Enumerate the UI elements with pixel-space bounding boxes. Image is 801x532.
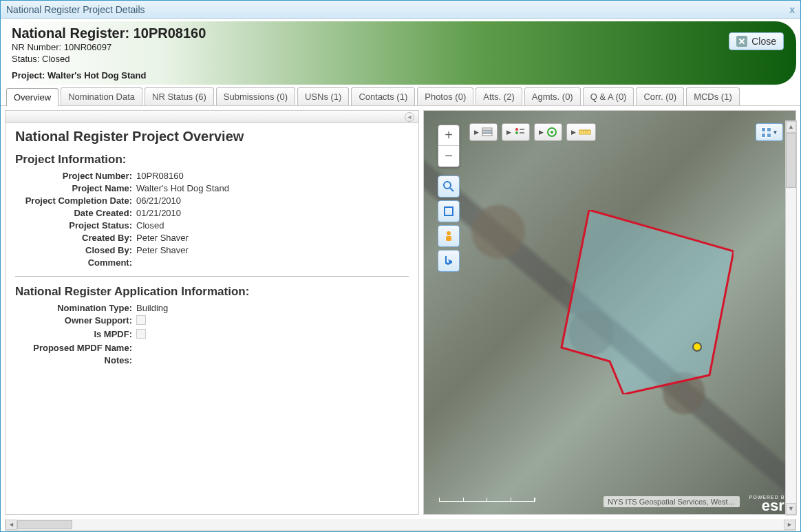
close-button[interactable]: Close	[729, 32, 784, 50]
field-value: Peter Shaver	[136, 233, 409, 243]
field-value: Building	[136, 303, 409, 313]
svg-point-10	[515, 131, 518, 134]
chevron-right-icon: ▶	[474, 129, 479, 136]
project-info-heading: Project Information:	[15, 153, 409, 167]
identify-tool-button[interactable]	[438, 175, 460, 198]
field-notes: Notes:	[15, 355, 409, 365]
tab-q-a-0[interactable]: Q & A (0)	[583, 87, 634, 105]
field-value: Peter Shaver	[136, 245, 409, 255]
svg-rect-7	[482, 134, 492, 136]
scroll-thumb[interactable]	[786, 133, 796, 188]
field-value	[136, 329, 409, 341]
content-area: ◄ National Register Project Overview Pro…	[1, 106, 800, 519]
tab-contacts-1[interactable]: Contacts (1)	[351, 87, 415, 105]
layers-icon	[482, 127, 493, 137]
field-label: Notes:	[15, 355, 136, 365]
svg-rect-11	[520, 132, 524, 134]
checkbox[interactable]	[136, 315, 146, 325]
field-label: Is MPDF:	[15, 329, 136, 341]
svg-line-1	[450, 188, 453, 191]
legend-dropdown[interactable]: ▶	[502, 123, 530, 141]
horizontal-scrollbar[interactable]: ◄ ►	[5, 519, 796, 531]
panel-header: ◄	[6, 111, 418, 123]
window-close-icon[interactable]: x	[789, 4, 795, 15]
extent-icon	[442, 205, 455, 217]
window-titlebar: National Register Project Details x	[1, 1, 800, 19]
status-line: Status: Closed	[12, 53, 789, 65]
zoom-in-button[interactable]: +	[438, 125, 459, 146]
field-label: Project Name:	[15, 183, 136, 193]
overview-heading: National Register Project Overview	[15, 129, 409, 145]
tab-atts-2[interactable]: Atts. (2)	[476, 87, 522, 105]
svg-point-3	[447, 231, 451, 235]
tab-overview[interactable]: Overview	[6, 88, 58, 106]
basemap-button[interactable]: ▼	[756, 123, 783, 141]
checkbox[interactable]	[136, 329, 146, 339]
target-dropdown[interactable]: ▶	[534, 123, 562, 141]
field-value	[136, 315, 409, 327]
scroll-thumb[interactable]	[17, 520, 72, 529]
field-label: Nomination Type:	[15, 303, 136, 313]
chevron-right-icon: ▶	[539, 129, 544, 136]
panel-body: National Register Project Overview Proje…	[6, 123, 418, 373]
bing-tool-button[interactable]	[438, 250, 460, 272]
field-completion: Project Completion Date:06/21/2010	[15, 195, 409, 206]
field-value: 10PR08160	[136, 171, 409, 181]
bing-icon	[442, 255, 455, 267]
field-proposed_mpdf: Proposed MPDF Name:	[15, 343, 409, 353]
scroll-down-icon[interactable]: ▼	[786, 503, 796, 515]
grid-icon	[761, 127, 771, 138]
tab-nomination-data[interactable]: Nomination Data	[61, 87, 142, 105]
svg-rect-6	[482, 131, 492, 133]
field-created: Date Created:01/21/2010	[15, 208, 409, 218]
field-project_number: Project Number:10PR08160	[15, 171, 409, 181]
map-tool-column	[438, 175, 460, 272]
tab-corr-0[interactable]: Corr. (0)	[636, 87, 684, 105]
field-label: Owner Support:	[15, 315, 136, 327]
scroll-up-icon[interactable]: ▲	[786, 121, 796, 133]
extent-tool-button[interactable]	[438, 200, 460, 222]
point-marker[interactable]	[692, 342, 702, 352]
zoom-out-button[interactable]: −	[438, 146, 459, 167]
map-attribution: NYS ITS Geospatial Services, West… POWER…	[604, 493, 789, 510]
field-label: Date Created:	[15, 208, 136, 218]
magnifier-icon	[442, 180, 455, 193]
scroll-right-icon[interactable]: ►	[784, 520, 795, 530]
tab-usns-1[interactable]: USNs (1)	[297, 87, 349, 105]
svg-point-0	[444, 182, 451, 189]
tab-submissions-0[interactable]: Submissions (0)	[216, 87, 295, 105]
map-toolbar: ▶ ▶ ▶ ▶	[469, 123, 596, 141]
parcel-boundary	[541, 210, 734, 394]
chevron-right-icon: ▶	[506, 129, 511, 136]
svg-rect-14	[579, 130, 590, 134]
tab-photos-0[interactable]: Photos (0)	[417, 87, 473, 105]
field-owner_support: Owner Support:	[15, 315, 409, 327]
legend-icon	[514, 127, 525, 137]
streetview-tool-button[interactable]	[438, 225, 460, 247]
layers-dropdown[interactable]: ▶	[469, 123, 498, 141]
tab-mcds-1[interactable]: MCDs (1)	[686, 87, 740, 105]
vertical-scrollbar[interactable]: ▲ ▼	[785, 120, 797, 515]
divider	[15, 276, 409, 277]
field-is_mpdf: Is MPDF:	[15, 329, 409, 341]
scroll-left-icon[interactable]: ◄	[6, 520, 17, 530]
field-closed_by: Closed By:Peter Shaver	[15, 245, 409, 255]
close-button-label: Close	[751, 36, 776, 47]
overview-panel: ◄ National Register Project Overview Pro…	[5, 110, 419, 515]
page-title: National Register: 10PR08160	[12, 25, 789, 41]
field-value: 01/21/2010	[136, 208, 409, 218]
person-icon	[442, 230, 455, 242]
panel-collapse-icon[interactable]: ◄	[405, 112, 414, 122]
header-banner: National Register: 10PR08160 NR Number: …	[5, 21, 796, 85]
field-value	[136, 257, 409, 268]
svg-rect-5	[482, 128, 492, 130]
tab-nr-status-6[interactable]: NR Status (6)	[145, 87, 214, 105]
measure-dropdown[interactable]: ▶	[566, 123, 596, 141]
field-label: Proposed MPDF Name:	[15, 343, 136, 353]
svg-point-8	[515, 128, 518, 131]
nr-app-heading: National Register Application Informatio…	[15, 285, 409, 299]
svg-rect-4	[446, 236, 451, 241]
field-label: Created By:	[15, 233, 136, 243]
field-status: Project Status:Closed	[15, 220, 409, 231]
tab-agmts-0[interactable]: Agmts. (0)	[524, 87, 581, 105]
